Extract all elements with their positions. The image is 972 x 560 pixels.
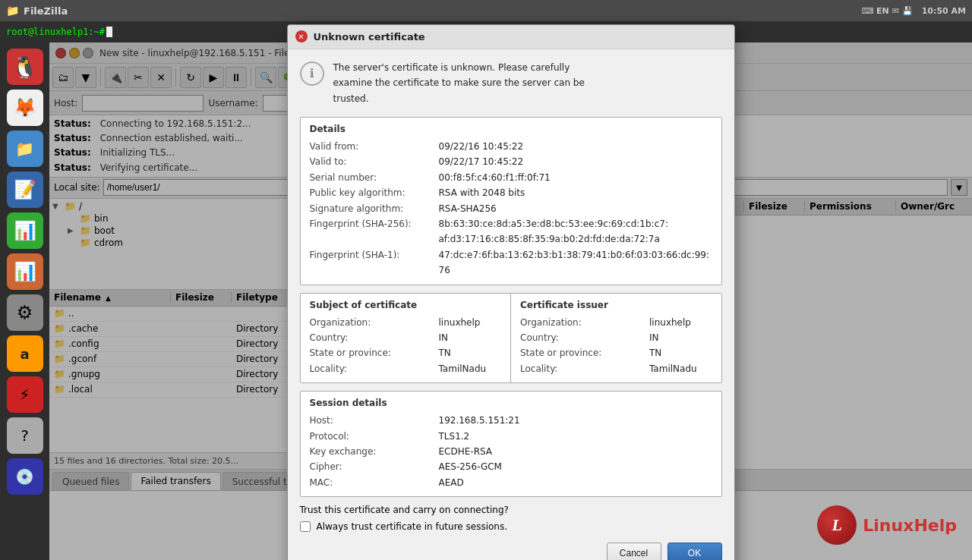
- os-title-bar: 📁 FileZilla ⌨ EN ✉ 💾 10:50 AM: [0, 0, 972, 21]
- cert-label-serial: Serial number:: [310, 170, 439, 185]
- modal-overlay: ✕ Unknown certificate ℹ The server's cer…: [49, 42, 972, 560]
- ok-button[interactable]: OK: [667, 543, 722, 560]
- sess-host-label: Host:: [310, 413, 439, 428]
- dock-icon-settings[interactable]: ⚙: [7, 294, 43, 331]
- trust-checkbox-label: Always trust certificate in future sessi…: [317, 521, 508, 532]
- modal-body: ℹ The server's certificate is unknown. P…: [288, 49, 734, 560]
- cert-row-serial: Serial number: 00:f8:5f:c4:60:f1:ff:0f:7…: [310, 170, 712, 185]
- cert-label-valid-to: Valid to:: [310, 154, 439, 169]
- subj-org-label: Organization:: [310, 315, 439, 330]
- sess-keyex-label: Key exchange:: [310, 444, 439, 459]
- cert-row-pubkey: Public key algorithm: RSA with 2048 bits: [310, 185, 712, 200]
- cert-value-valid-from: 09/22/16 10:45:22: [439, 139, 712, 154]
- dock-icon-files[interactable]: 📁: [7, 131, 43, 167]
- modal-buttons: Cancel OK: [300, 543, 722, 560]
- modal-info-line2: examine the certificate to make sure the…: [333, 77, 585, 88]
- cert-subject-col: Subject of certificate Organization: lin…: [301, 294, 511, 383]
- dock-icon-firefox[interactable]: 🦊: [7, 90, 43, 126]
- cert-details-box: Details Valid from: 09/22/16 10:45:22 Va…: [300, 117, 722, 285]
- iss-org-row: Organization: linuxhelp: [520, 315, 712, 330]
- iss-org-label: Organization:: [520, 315, 649, 330]
- cert-value-serial: 00:f8:5f:c4:60:f1:ff:0f:71: [439, 170, 712, 185]
- logo-text-help: Help: [914, 516, 957, 535]
- subj-org-row: Organization: linuxhelp: [310, 315, 502, 330]
- trust-checkbox[interactable]: [300, 521, 311, 532]
- dock-icon-dvd[interactable]: 💿: [7, 458, 43, 495]
- cert-row-valid-to: Valid to: 09/22/17 10:45:22: [310, 154, 712, 169]
- cert-value-pubkey: RSA with 2048 bits: [439, 185, 712, 200]
- systray-icons: ⌨ EN ✉ 💾: [861, 6, 912, 16]
- dock-icon-impress[interactable]: 📊: [7, 253, 43, 290]
- cert-label-pubkey: Public key algorithm:: [310, 185, 439, 200]
- subj-country-label: Country:: [310, 330, 439, 345]
- app-icon: 📁: [6, 5, 19, 17]
- subj-state-row: State or province: TN: [310, 345, 502, 360]
- sess-host-value: 192.168.5.151:21: [439, 413, 712, 428]
- sess-cipher-label: Cipher:: [310, 459, 439, 474]
- logo-circle: L: [817, 505, 857, 545]
- cert-issuer-col: Certificate issuer Organization: linuxhe…: [510, 294, 721, 383]
- modal-close-btn[interactable]: ✕: [295, 30, 308, 42]
- dock-icon-ubuntu[interactable]: 🐧: [7, 49, 43, 85]
- subj-state-label: State or province:: [310, 345, 439, 360]
- iss-state-value: TN: [649, 345, 712, 360]
- iss-locality-value: TamilNadu: [649, 361, 712, 376]
- dock-icon-filezilla[interactable]: ⚡: [7, 376, 43, 413]
- iss-state-row: State or province: TN: [520, 345, 712, 360]
- modal-info-line3: trusted.: [333, 93, 369, 104]
- sess-proto-value: TLS1.2: [439, 429, 712, 444]
- iss-locality-label: Locality:: [520, 361, 649, 376]
- logo-text-linux: Linux: [863, 516, 914, 535]
- cert-row-sigalg: Signature algorithm: RSA-SHA256: [310, 201, 712, 216]
- dock-icon-writer[interactable]: 📝: [7, 171, 43, 208]
- trust-question: Trust this certificate and carry on conn…: [300, 505, 722, 515]
- cert-value-fp1: 47:dc:e7:6f:ba:13:62:b3:b1:38:79:41:b0:6…: [439, 247, 712, 278]
- cert-row-valid-from: Valid from: 09/22/16 10:45:22: [310, 139, 712, 154]
- session-details-box: Session details Host: 192.168.5.151:21 P…: [300, 391, 722, 497]
- details-section-title: Details: [310, 124, 712, 134]
- subj-country-row: Country: IN: [310, 330, 502, 345]
- terminal-prompt: root@linuxhelp1:~#: [6, 27, 105, 37]
- modal-info-text: The server's certificate is unknown. Ple…: [333, 60, 585, 106]
- trust-question-text: Trust this certificate and carry on conn…: [300, 505, 509, 515]
- trust-checkbox-row: Always trust certificate in future sessi…: [300, 521, 722, 532]
- iss-country-label: Country:: [520, 330, 649, 345]
- cert-label-fp256: Fingerprint (SHA-256):: [310, 216, 439, 247]
- cert-value-sigalg: RSA-SHA256: [439, 201, 712, 216]
- cert-row-fp256: Fingerprint (SHA-256): 8b:63:30:ce:8d:a5…: [310, 216, 712, 247]
- dock-icon-help[interactable]: ?: [7, 417, 43, 454]
- modal-title-bar: ✕ Unknown certificate: [288, 25, 734, 49]
- info-icon-glyph: ℹ: [309, 66, 314, 80]
- iss-country-row: Country: IN: [520, 330, 712, 345]
- modal-info-row: ℹ The server's certificate is unknown. P…: [300, 60, 722, 106]
- app-title: FileZilla: [24, 5, 68, 17]
- dock-icon-calc[interactable]: 📊: [7, 212, 43, 249]
- modal-close-icon-glyph: ✕: [298, 33, 304, 41]
- cert-label-sigalg: Signature algorithm:: [310, 201, 439, 216]
- cert-label-valid-from: Valid from:: [310, 139, 439, 154]
- modal-title-text: Unknown certificate: [314, 31, 425, 42]
- sess-host-row: Host: 192.168.5.151:21: [310, 413, 712, 428]
- sess-keyex-value: ECDHE-RSA: [439, 444, 712, 459]
- clock: 10:50 AM: [922, 6, 966, 16]
- cert-row-fp1: Fingerprint (SHA-1): 47:dc:e7:6f:ba:13:6…: [310, 247, 712, 278]
- subj-locality-value: TamilNadu: [439, 361, 502, 376]
- sess-mac-row: MAC: AEAD: [310, 475, 712, 490]
- sess-mac-value: AEAD: [439, 475, 712, 490]
- linuxhelp-logo: L LinuxHelp: [817, 505, 957, 545]
- subj-locality-row: Locality: TamilNadu: [310, 361, 502, 376]
- cert-value-fp256: 8b:63:30:ce:8d:a5:3e:d8:bc:53:ee:9c:69:c…: [439, 216, 712, 247]
- terminal-cursor: [106, 27, 112, 37]
- cancel-button[interactable]: Cancel: [607, 543, 661, 560]
- dock-icon-amazon[interactable]: a: [7, 335, 43, 372]
- info-icon-circle: ℹ: [300, 61, 324, 86]
- subject-title: Subject of certificate: [310, 300, 502, 310]
- cert-label-fp1: Fingerprint (SHA-1):: [310, 247, 439, 278]
- sess-mac-label: MAC:: [310, 475, 439, 490]
- iss-country-value: IN: [649, 330, 712, 345]
- session-title: Session details: [310, 398, 712, 408]
- sess-keyex-row: Key exchange: ECDHE-RSA: [310, 444, 712, 459]
- sess-cipher-row: Cipher: AES-256-GCM: [310, 459, 712, 474]
- issuer-title: Certificate issuer: [520, 300, 712, 310]
- sess-proto-row: Protocol: TLS1.2: [310, 429, 712, 444]
